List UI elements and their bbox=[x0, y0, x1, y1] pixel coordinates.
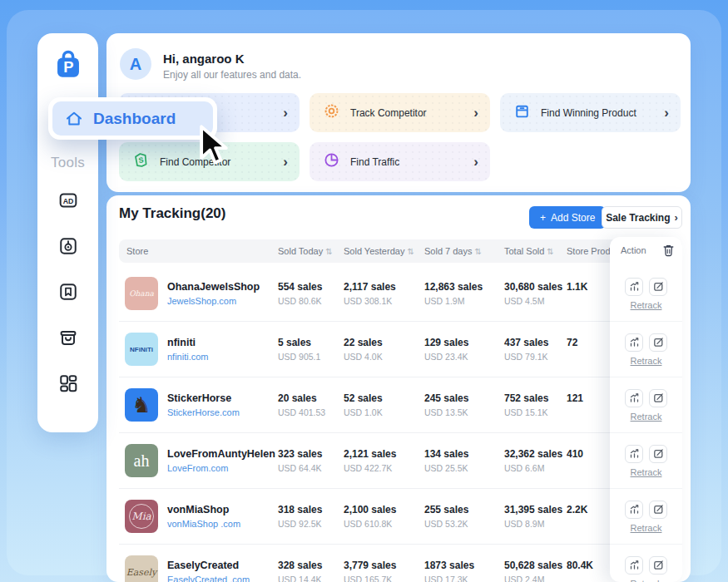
target-icon bbox=[323, 102, 340, 123]
retrack-link[interactable]: Retrack bbox=[631, 467, 662, 477]
store-name: LoveFromAuntyHelen bbox=[167, 448, 275, 460]
sold-yesterday-value: 3,779 sales bbox=[344, 560, 396, 571]
retrack-link[interactable]: Retrack bbox=[631, 523, 662, 533]
sold-today-value: 5 sales bbox=[278, 337, 311, 348]
action-row: Retrack bbox=[610, 377, 682, 433]
store-domain-link[interactable]: vonMiaShop .com bbox=[167, 519, 240, 529]
pie-chart-icon bbox=[323, 151, 340, 172]
quick-card-find-winning-product[interactable]: Find Winning Product › bbox=[500, 93, 681, 132]
analytics-button[interactable] bbox=[625, 501, 643, 519]
apps-grid-icon[interactable] bbox=[55, 370, 82, 397]
edit-button[interactable] bbox=[649, 445, 667, 463]
quick-card-label: Find Traffic bbox=[350, 156, 463, 168]
total-sold-value: 30,680 sales bbox=[504, 281, 562, 293]
app-logo-icon[interactable]: P bbox=[50, 47, 87, 83]
sold-today-usd: USD 401.53 bbox=[278, 407, 325, 417]
retrack-link[interactable]: Retrack bbox=[631, 579, 662, 582]
store-logo: Mia bbox=[125, 500, 158, 533]
trash-icon[interactable] bbox=[662, 244, 675, 260]
edit-button[interactable] bbox=[649, 501, 667, 519]
store-box-icon[interactable] bbox=[55, 324, 82, 351]
table-row: Mia vonMiaShop vonMiaShop .com 318 sales… bbox=[119, 489, 682, 545]
edit-button[interactable] bbox=[649, 556, 667, 575]
my-tracking-card: My Tracking(20) + Add Store Sale Trackin… bbox=[106, 195, 691, 582]
edit-button[interactable] bbox=[649, 389, 667, 407]
svg-text:S: S bbox=[138, 155, 144, 165]
sidebar: P Tools AD bbox=[37, 33, 98, 432]
retrack-link[interactable]: Retrack bbox=[631, 412, 662, 422]
total-sold-usd: USD 15.1K bbox=[504, 407, 548, 417]
tools-section-label: Tools bbox=[37, 155, 98, 171]
sold-today-usd: USD 92.5K bbox=[278, 519, 322, 529]
sort-icon: ⇅ bbox=[325, 247, 332, 256]
tracker-icon[interactable] bbox=[55, 233, 82, 259]
store-products-value: 121 bbox=[567, 392, 583, 404]
store-logo: Easely bbox=[125, 555, 158, 582]
greeting-subtitle: Enjoy all our features and data. bbox=[163, 69, 301, 81]
svg-text:AD: AD bbox=[62, 197, 73, 205]
sold-7days-value: 1873 sales bbox=[424, 560, 474, 571]
total-sold-value: 437 sales bbox=[504, 337, 548, 348]
store-name: StickerHorse bbox=[167, 392, 231, 404]
dashboard-label: Dashboard bbox=[93, 110, 176, 128]
store-logo: NFiNiTi bbox=[125, 333, 158, 366]
store-domain-link[interactable]: nfiniti.com bbox=[167, 352, 209, 362]
sold-7days-usd: USD 13.5K bbox=[424, 407, 468, 417]
sold-7days-usd: USD 1.9M bbox=[424, 296, 464, 306]
sold-7days-usd: USD 53.2K bbox=[424, 519, 468, 529]
sold-today-value: 318 sales bbox=[278, 504, 322, 515]
quick-card-track-competitor[interactable]: Track Competitor › bbox=[310, 93, 490, 132]
tracking-title: My Tracking(20) bbox=[119, 205, 226, 222]
store-products-value: 2.2K bbox=[567, 504, 587, 515]
total-sold-usd: USD 4.5M bbox=[504, 296, 544, 306]
col-sold-7days[interactable]: Sold 7 days⇅ bbox=[424, 246, 482, 256]
analytics-button[interactable] bbox=[625, 556, 643, 575]
action-row: Retrack bbox=[610, 433, 682, 489]
store-domain-link[interactable]: EaselyCreated .com bbox=[167, 575, 250, 582]
add-store-button[interactable]: + Add Store bbox=[529, 206, 606, 229]
store-domain-link[interactable]: LoveFrom.com bbox=[167, 463, 228, 473]
store-domain-link[interactable]: JewelsShop.com bbox=[167, 296, 236, 306]
col-total-sold[interactable]: Total Sold⇅ bbox=[504, 246, 554, 256]
horse-glyph: ♞ bbox=[131, 392, 151, 418]
table-row: NFiNiTi nfiniti nfiniti.com 5 sales USD … bbox=[119, 322, 682, 377]
col-action: Action bbox=[621, 245, 646, 255]
action-row: Retrack bbox=[610, 489, 682, 545]
store-domain-link[interactable]: StickerHorse.com bbox=[167, 407, 240, 417]
total-sold-value: 31,395 sales bbox=[504, 504, 562, 515]
store-s-icon: S bbox=[132, 151, 150, 172]
edit-button[interactable] bbox=[649, 278, 667, 296]
store-name: nfiniti bbox=[167, 337, 196, 348]
sold-today-usd: USD 14.4K bbox=[278, 575, 322, 582]
action-panel: Action Retrack bbox=[610, 237, 682, 582]
chevron-right-icon: › bbox=[283, 106, 288, 120]
analytics-button[interactable] bbox=[625, 445, 643, 463]
table-row: Easely EaselyCreated EaselyCreated .com … bbox=[119, 545, 682, 582]
edit-button[interactable] bbox=[649, 333, 667, 352]
ads-icon[interactable]: AD bbox=[55, 187, 82, 214]
sale-tracking-button[interactable]: Sale Tracking › bbox=[602, 206, 682, 229]
analytics-button[interactable] bbox=[625, 278, 643, 296]
retrack-link[interactable]: Retrack bbox=[631, 300, 662, 310]
sidebar-item-dashboard[interactable]: Dashboard bbox=[52, 101, 213, 136]
sold-yesterday-usd: USD 610.8K bbox=[344, 519, 392, 529]
action-row: Retrack bbox=[610, 545, 682, 582]
sold-yesterday-usd: USD 308.1K bbox=[344, 296, 392, 306]
sold-7days-value: 255 sales bbox=[424, 504, 468, 515]
sort-icon: ⇅ bbox=[407, 247, 414, 256]
col-sold-yesterday[interactable]: Sold Yesterday⇅ bbox=[344, 246, 414, 256]
sold-yesterday-value: 52 sales bbox=[344, 392, 383, 404]
sold-7days-usd: USD 23.4K bbox=[424, 352, 468, 362]
bookmark-icon[interactable] bbox=[55, 279, 82, 305]
total-sold-value: 50,628 sales bbox=[504, 560, 562, 571]
analytics-button[interactable] bbox=[625, 389, 643, 407]
col-sold-today[interactable]: Sold Today⇅ bbox=[278, 246, 333, 256]
product-box-icon bbox=[513, 102, 531, 123]
home-icon bbox=[64, 109, 84, 129]
analytics-button[interactable] bbox=[625, 333, 643, 352]
quick-grid-empty-cell bbox=[500, 142, 681, 181]
quick-card-find-traffic[interactable]: Find Traffic › bbox=[310, 142, 490, 181]
retrack-link[interactable]: Retrack bbox=[631, 356, 662, 366]
sold-7days-usd: USD 17.3K bbox=[424, 575, 468, 582]
avatar: A bbox=[120, 48, 151, 80]
